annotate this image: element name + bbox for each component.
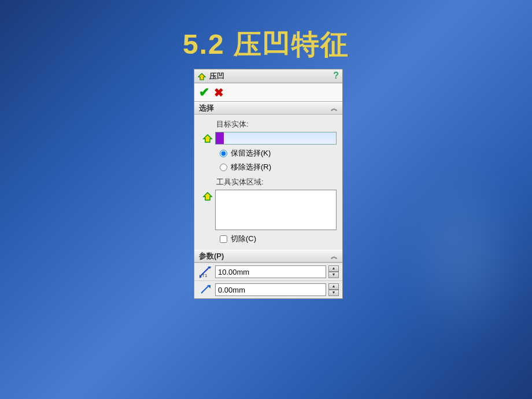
t2-spin-up[interactable]: ▲ bbox=[328, 283, 339, 290]
confirm-bar: ✔ ✖ bbox=[194, 83, 342, 102]
selection-marker bbox=[216, 132, 224, 144]
keep-selection-radio[interactable] bbox=[220, 150, 227, 157]
svg-line-4 bbox=[201, 286, 208, 293]
tool-region-input[interactable] bbox=[215, 190, 337, 230]
t2-input[interactable] bbox=[215, 283, 326, 296]
target-home-icon[interactable] bbox=[200, 133, 215, 143]
selection-section-header[interactable]: 选择 ︽ bbox=[194, 102, 342, 114]
clearance-icon bbox=[198, 283, 213, 296]
target-entity-input[interactable] bbox=[215, 132, 337, 145]
slide-title: 5.2 压凹特征 bbox=[183, 26, 349, 63]
t1-spin-down[interactable]: ▼ bbox=[328, 272, 339, 278]
collapse-icon: ︽ bbox=[331, 252, 338, 261]
property-panel: 压凹 ? ✔ ✖ 选择 ︽ 目标实体: 保留选择(K) 移除选择(R) bbox=[194, 69, 343, 299]
indent-feature-icon bbox=[197, 71, 207, 82]
remove-selection-radio[interactable] bbox=[220, 164, 227, 171]
t2-spinner: ▲ ▼ bbox=[328, 283, 339, 296]
selection-header-label: 选择 bbox=[199, 103, 214, 113]
cut-checkbox[interactable] bbox=[220, 235, 227, 243]
param-t1-row: T1 ▲ ▼ bbox=[194, 263, 342, 280]
tool-home-icon[interactable] bbox=[200, 190, 215, 201]
help-icon[interactable]: ? bbox=[333, 71, 339, 81]
ok-button[interactable]: ✔ bbox=[199, 85, 209, 100]
cut-label: 切除(C) bbox=[231, 234, 256, 244]
target-entity-label: 目标实体: bbox=[216, 119, 337, 130]
t1-input[interactable] bbox=[215, 265, 326, 278]
params-section-header[interactable]: 参数(P) ︽ bbox=[194, 250, 342, 263]
panel-titlebar: 压凹 ? bbox=[194, 69, 342, 83]
svg-text:T1: T1 bbox=[202, 273, 208, 278]
t1-spin-up[interactable]: ▲ bbox=[328, 265, 339, 272]
tool-region-label: 工具实体区域: bbox=[216, 177, 337, 187]
selection-section-body: 目标实体: 保留选择(K) 移除选择(R) 工具实体区域: bbox=[194, 114, 342, 250]
thickness-icon: T1 bbox=[198, 265, 213, 278]
cancel-button[interactable]: ✖ bbox=[214, 86, 224, 99]
panel-title: 压凹 bbox=[209, 71, 224, 82]
params-header-label: 参数(P) bbox=[199, 251, 224, 261]
remove-selection-label: 移除选择(R) bbox=[231, 162, 271, 172]
collapse-icon: ︽ bbox=[331, 104, 338, 113]
t2-spin-down[interactable]: ▼ bbox=[328, 290, 339, 296]
param-t2-row: ▲ ▼ bbox=[194, 280, 342, 298]
t1-spinner: ▲ ▼ bbox=[328, 265, 339, 278]
keep-selection-label: 保留选择(K) bbox=[231, 148, 271, 158]
